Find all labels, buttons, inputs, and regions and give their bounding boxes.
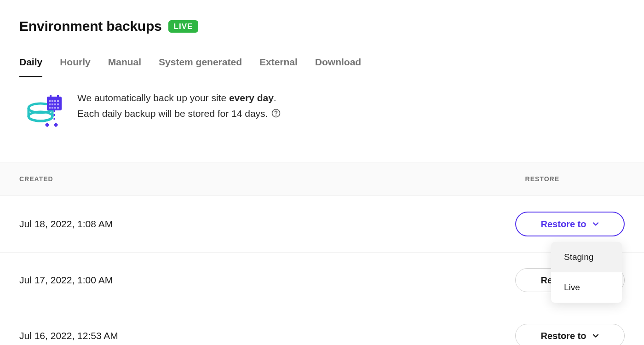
svg-rect-14 [57, 107, 59, 109]
info-line2: Each daily backup will be stored for 14 … [77, 108, 268, 119]
help-icon[interactable] [271, 109, 281, 118]
svg-rect-4 [52, 100, 53, 102]
restore-button-label: Restore to [541, 331, 586, 340]
th-created: CREATED [19, 175, 53, 183]
dropdown-option-live[interactable]: Live [551, 272, 622, 303]
chevron-down-icon [592, 333, 599, 339]
tab-hourly[interactable]: Hourly [60, 57, 91, 77]
tab-manual[interactable]: Manual [108, 57, 141, 77]
restore-button-label: Restore to [541, 219, 586, 229]
info-text: We automatically back up your site every… [77, 90, 281, 121]
tabs-nav: Daily Hourly Manual System generated Ext… [19, 56, 625, 77]
svg-rect-6 [57, 100, 59, 102]
table-row: Jul 17, 2022, 1:00 AM Restore to [0, 253, 644, 308]
svg-rect-10 [57, 104, 59, 105]
svg-rect-8 [52, 104, 53, 105]
restore-button[interactable]: Restore to [515, 212, 625, 236]
info-line1-suffix: . [274, 92, 276, 103]
svg-rect-15 [50, 95, 52, 98]
tab-download[interactable]: Download [315, 57, 361, 77]
info-line1-bold: every day [229, 92, 274, 103]
svg-point-21 [276, 115, 276, 115]
backup-date: Jul 18, 2022, 1:08 AM [19, 218, 113, 230]
svg-rect-5 [54, 100, 56, 102]
tab-external[interactable]: External [259, 57, 298, 77]
tab-system-generated[interactable]: System generated [159, 57, 242, 77]
svg-rect-19 [54, 123, 58, 127]
restore-dropdown: Staging Live [551, 242, 622, 303]
restore-button[interactable]: Restore to [515, 324, 625, 345]
table-row: Jul 18, 2022, 1:08 AM Restore to Staging… [0, 196, 644, 253]
svg-rect-16 [57, 95, 59, 98]
th-restore: RESTORE [525, 175, 625, 183]
backup-date: Jul 16, 2022, 12:53 AM [19, 330, 118, 341]
tab-daily[interactable]: Daily [19, 57, 42, 77]
svg-rect-12 [52, 107, 53, 109]
table-header: CREATED RESTORE [0, 162, 644, 196]
env-badge: LIVE [168, 20, 199, 33]
backup-date: Jul 17, 2022, 1:00 AM [19, 275, 113, 286]
page-header: Environment backups LIVE [19, 18, 625, 34]
table-row: Jul 16, 2022, 12:53 AM Restore to [0, 308, 644, 345]
info-line1-prefix: We automatically back up your site [77, 92, 229, 103]
info-block: We automatically back up your site every… [19, 77, 625, 162]
svg-rect-13 [54, 107, 56, 109]
svg-rect-7 [49, 104, 51, 105]
svg-rect-18 [45, 123, 50, 127]
svg-rect-3 [49, 100, 51, 102]
chevron-down-icon [592, 221, 599, 227]
page-title: Environment backups [19, 18, 162, 34]
dropdown-option-staging[interactable]: Staging [551, 242, 622, 272]
svg-rect-9 [54, 104, 56, 105]
backup-illustration-icon [24, 90, 63, 130]
svg-rect-11 [49, 107, 51, 109]
